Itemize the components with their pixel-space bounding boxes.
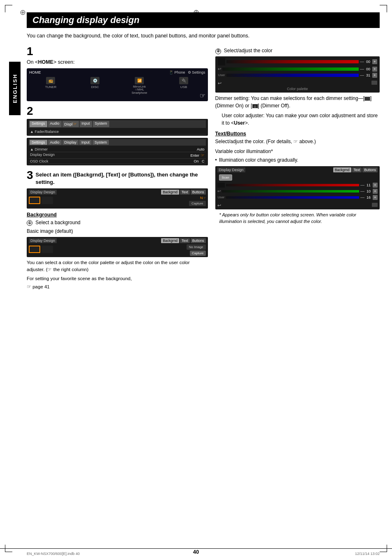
mirrorlink-label: MirrorLink☆MiHLSmartphone xyxy=(131,85,147,94)
color-note: You can select a color on the color pale… xyxy=(27,259,208,274)
mirrorlink-icon-item: 📶 MirrorLink☆MiHLSmartphone xyxy=(118,77,161,94)
dd-label-3: Display Design xyxy=(217,167,245,172)
reg-mark-tr xyxy=(380,5,387,12)
page-ref: ☞ page 41 xyxy=(27,283,208,290)
dd-header-2: Display Design Backgrnd Text Buttons xyxy=(29,238,206,243)
cp-dash-3: — xyxy=(360,73,364,77)
dd-tabs-2: Backgrnd Text Buttons xyxy=(161,238,205,243)
reg-mark-tl xyxy=(5,5,12,12)
footer-right: 12/11/14 13:02 xyxy=(355,552,380,556)
text-buttons-select: Select/adjust the color. (For details, ☞… xyxy=(215,138,380,145)
disc-icon: 💿 xyxy=(90,77,99,84)
dimmer-row: ▲ Dimmer Auto xyxy=(29,147,206,152)
intro-text: You can change the background, the color… xyxy=(27,32,380,40)
cp-swatch-1 xyxy=(218,58,225,65)
dd-tab-text-3[interactable]: Text xyxy=(352,167,362,172)
cp-sliders-2: — 11 + ↩ — 10 + User — xyxy=(217,183,378,200)
capture-btn-1[interactable]: Capture xyxy=(189,201,205,206)
dimmer-text: Dimmer setting: You can make selections … xyxy=(215,95,380,109)
dd-tabs-3: Backgrnd Text Buttons xyxy=(333,167,378,172)
step-3-text: Select an item ([Backgrnd], [Text] or [B… xyxy=(36,171,208,186)
cp-bar-blue xyxy=(226,74,359,77)
cp-plus-3[interactable]: + xyxy=(372,73,377,78)
main-content: Changing display design You can change t… xyxy=(27,12,380,541)
step-2-number: 2 xyxy=(27,105,208,117)
cp-plus-2[interactable]: + xyxy=(372,67,377,72)
tab-audio-2: Audio xyxy=(48,140,62,145)
color-palette-screen-1: — 00 + ↩ — 00 + User — xyxy=(215,56,380,93)
cp-bar-red xyxy=(226,60,359,63)
step-2: 2 Settings Audio Displ☞ Input System ▲ F… xyxy=(27,105,208,165)
dd-label-1: Display Design xyxy=(29,190,57,195)
step-1: 1 On <HOME> screen: HOME 📱 Phone ⚙ Setti… xyxy=(27,46,208,102)
preview-box-2 xyxy=(42,197,53,204)
disc-icon-item: 💿 DISC xyxy=(74,77,117,94)
dd-tab-buttons-2[interactable]: Buttons xyxy=(191,238,206,243)
cp-back-2[interactable]: ↩ xyxy=(217,203,221,208)
home-screen-mock: HOME 📱 Phone ⚙ Settings 📻 TUNER 💿 xyxy=(27,68,208,101)
dd-tab-buttons-3[interactable]: Buttons xyxy=(362,167,378,172)
dd-content-1: N☞ Capture xyxy=(29,196,206,206)
dd-tab-buttons-1[interactable]: Buttons xyxy=(191,190,206,195)
cp-dash-6: — xyxy=(360,195,364,200)
tab-display-2: Display xyxy=(62,140,79,145)
cp-dash-4: — xyxy=(360,183,364,187)
dd-tab-backgrnd-2[interactable]: Backgrnd xyxy=(161,238,179,243)
cp-val-2: 00 xyxy=(365,67,371,71)
cp-row-3: User — 31 + xyxy=(218,73,377,78)
dd-buttons-1: N☞ Capture xyxy=(189,196,205,206)
dd-tab-backgrnd-3[interactable]: Backgrnd xyxy=(333,167,351,172)
dd-buttons-2: No Image Capture xyxy=(187,244,206,256)
left-column: 1 On <HOME> screen: HOME 📱 Phone ⚙ Setti… xyxy=(27,46,208,295)
preview-box-1 xyxy=(29,197,40,204)
step-1-number: 1 xyxy=(27,46,208,57)
cp-plus-4[interactable]: + xyxy=(373,183,378,188)
capture-btn-2[interactable]: Capture xyxy=(190,251,205,256)
tab-settings-2: Settings xyxy=(30,140,47,145)
step-3: 3 Select an item ([Backgrnd], [Text] or … xyxy=(27,169,208,290)
dd-label-2: Display Design xyxy=(29,238,57,243)
language-tab: ENGLISH xyxy=(9,62,21,115)
tuner-label: TUNER xyxy=(45,85,57,89)
step-1-text: On <HOME> screen: xyxy=(27,59,208,66)
cp-footer-2: ↩ xyxy=(217,202,378,208)
asterisk-note: Appears only for button color selecting … xyxy=(215,211,380,225)
cp-val-3: 31 xyxy=(365,73,371,77)
phone-label: 📱 Phone xyxy=(169,70,185,74)
tab-display-1: Displ☞ xyxy=(62,121,79,127)
dd-preview-1 xyxy=(29,197,53,204)
cp-dash-5: — xyxy=(360,189,364,193)
cp-plus-5[interactable]: + xyxy=(373,189,378,194)
cp-bar-red-2 xyxy=(226,184,359,186)
variable-color-text: Illumination color changes gradually. xyxy=(219,156,298,164)
dd-tab-backgrnd-1[interactable]: Backgrnd xyxy=(161,190,179,195)
circle-2-header: ② Select/adjust the color xyxy=(215,47,380,54)
dd-content-2: No Image Capture xyxy=(29,244,206,256)
cp-plus-1[interactable]: + xyxy=(372,59,377,64)
footer-left: EN_KW-NSX700/600[E].indb 40 xyxy=(27,552,80,556)
display-design-screen-2: Display Design Backgrnd Text Buttons xyxy=(27,237,208,257)
dd-header-3: Display Design Backgrnd Text Buttons xyxy=(217,167,378,172)
tab-input-2: Input xyxy=(79,140,92,145)
text-buttons-heading: Text/Buttons xyxy=(215,131,380,137)
step-3-header: 3 Select an item ([Backgrnd], [Text] or … xyxy=(27,169,208,186)
cp-arrow-5: ↩ xyxy=(217,189,221,193)
no-image-btn[interactable]: No Image xyxy=(187,244,206,250)
cp-bar-green xyxy=(222,67,359,71)
osd-clock-row: OSD Clock On C xyxy=(29,159,206,164)
dd-tab-text-2[interactable]: Text xyxy=(180,238,190,243)
mirrorlink-icon: 📶 xyxy=(135,77,144,84)
settings-tabs-1: Settings Audio Displ☞ Input System xyxy=(29,120,206,128)
cp-back-1[interactable]: ↩ xyxy=(218,81,221,86)
background-circle1: ① Select a background xyxy=(27,219,208,226)
settings-icon-home: ⚙ Settings xyxy=(188,70,205,74)
dd-tab-text-1[interactable]: Text xyxy=(180,190,190,195)
page-title: Changing display design xyxy=(32,15,374,26)
cp-plus-6[interactable]: + xyxy=(373,195,378,200)
scan-button[interactable]: Scan xyxy=(219,174,232,181)
background-heading: Background xyxy=(27,212,208,218)
usb-icon: 🔌 xyxy=(179,77,188,84)
cp-user-label-1: User xyxy=(218,73,225,77)
usb-label: USB xyxy=(180,85,187,89)
settings-screen-1: Settings Audio Displ☞ Input System ▲ Fad… xyxy=(27,119,208,136)
